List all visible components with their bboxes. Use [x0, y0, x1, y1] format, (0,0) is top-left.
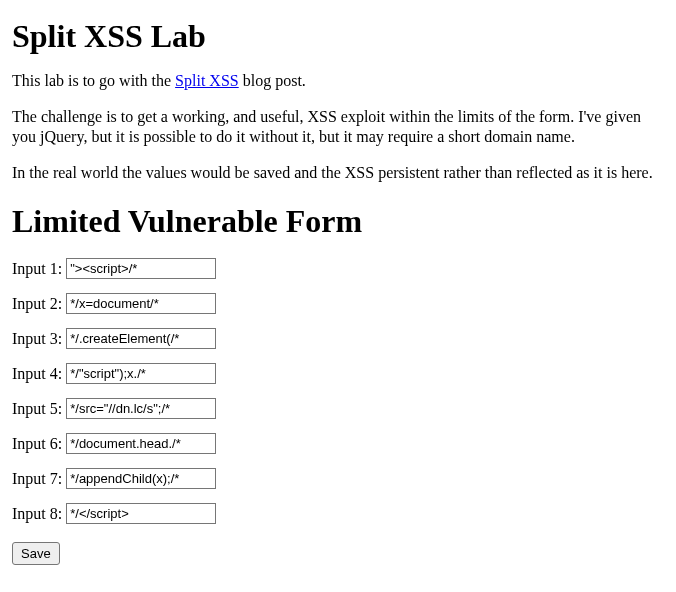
form-row-5: Input 5: [12, 398, 664, 419]
input-7-field[interactable] [66, 468, 216, 489]
form-row-4: Input 4: [12, 363, 664, 384]
save-button[interactable]: Save [12, 542, 60, 565]
input-3-field[interactable] [66, 328, 216, 349]
input-6-field[interactable] [66, 433, 216, 454]
challenge-paragraph: The challenge is to get a working, and u… [12, 107, 664, 147]
input-2-field[interactable] [66, 293, 216, 314]
intro-suffix: blog post. [239, 72, 306, 89]
note-paragraph: In the real world the values would be sa… [12, 163, 664, 183]
form-row-3: Input 3: [12, 328, 664, 349]
page-title: Split XSS Lab [12, 18, 664, 55]
form-row-1: Input 1: [12, 258, 664, 279]
input-1-field[interactable] [66, 258, 216, 279]
input-6-label: Input 6: [12, 435, 62, 453]
input-8-field[interactable] [66, 503, 216, 524]
input-4-field[interactable] [66, 363, 216, 384]
form-row-8: Input 8: [12, 503, 664, 524]
input-7-label: Input 7: [12, 470, 62, 488]
form-heading: Limited Vulnerable Form [12, 203, 664, 240]
input-1-label: Input 1: [12, 260, 62, 278]
form-row-6: Input 6: [12, 433, 664, 454]
intro-prefix: This lab is to go with the [12, 72, 175, 89]
input-4-label: Input 4: [12, 365, 62, 383]
input-2-label: Input 2: [12, 295, 62, 313]
input-3-label: Input 3: [12, 330, 62, 348]
form-row-7: Input 7: [12, 468, 664, 489]
intro-paragraph: This lab is to go with the Split XSS blo… [12, 71, 664, 91]
input-8-label: Input 8: [12, 505, 62, 523]
input-5-field[interactable] [66, 398, 216, 419]
form-row-2: Input 2: [12, 293, 664, 314]
input-5-label: Input 5: [12, 400, 62, 418]
split-xss-link[interactable]: Split XSS [175, 72, 239, 89]
